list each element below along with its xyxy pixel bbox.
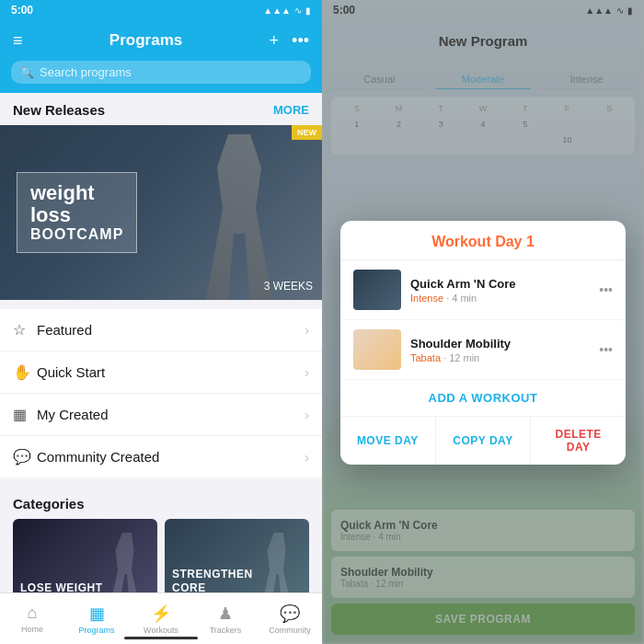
community-label: Community Created — [37, 449, 305, 465]
workouts-label: Workouts — [144, 626, 178, 635]
menu-item-quickstart[interactable]: ✋ Quick Start › — [0, 351, 322, 394]
chevron-icon-2: › — [305, 365, 309, 380]
workout-more-2[interactable]: ••• — [599, 342, 613, 357]
chevron-icon-4: › — [305, 450, 309, 465]
chevron-icon: › — [305, 323, 309, 338]
community-nav-icon: 💬 — [280, 604, 300, 624]
categories-grid: LOSE WEIGHT STRENGTHENCORE — [0, 519, 322, 592]
featured-icon: ☆ — [13, 321, 37, 339]
workout-intensity-1: Intense — [410, 293, 443, 304]
delete-day-button[interactable]: DELETE DAY — [530, 417, 626, 465]
featured-label: Featured — [37, 322, 305, 338]
hero-person-silhouette — [184, 134, 294, 300]
modal-day-number: 1 — [526, 234, 535, 249]
mycreated-label: My Created — [37, 407, 305, 422]
left-panel: 5:00 ▲▲▲ ∿ ▮ ≡ Programs + ••• 🔍 Search p… — [0, 0, 322, 644]
categories-title: Categories — [0, 487, 322, 519]
category-figure-1 — [104, 533, 150, 592]
workout-thumb-1 — [353, 270, 401, 310]
search-input-wrapper[interactable]: 🔍 Search programs — [11, 61, 311, 84]
hero-line2: BOOTCAMP — [30, 226, 123, 243]
home-label: Home — [21, 625, 43, 634]
battery-icon: ▮ — [305, 6, 311, 16]
modal-title: Workout Day 1 — [431, 234, 535, 249]
trackers-icon: ♟ — [218, 604, 233, 624]
workout-item-1[interactable]: Quick Arm 'N Core Intense · 4 min ••• — [340, 260, 626, 320]
category-strengthen-core[interactable]: STRENGTHENCORE — [165, 519, 309, 592]
signal-icon: ▲▲▲ — [263, 6, 291, 16]
category-label-1: LOSE WEIGHT — [20, 581, 103, 592]
menu-item-community[interactable]: 💬 Community Created › — [0, 436, 322, 477]
status-bar-left: 5:00 ▲▲▲ ∿ ▮ — [0, 0, 322, 20]
hero-text-box: weightloss BOOTCAMP — [17, 172, 137, 253]
workouts-icon: ⚡ — [151, 604, 171, 624]
workout-name-1: Quick Arm 'N Core — [410, 277, 590, 291]
header-title: Programs — [109, 31, 182, 50]
wifi-icon: ∿ — [294, 6, 302, 16]
hero-line1: weightloss — [30, 182, 123, 226]
trackers-label: Trackers — [210, 626, 242, 635]
workout-more-1[interactable]: ••• — [599, 282, 613, 297]
new-releases-title: New Releases — [13, 102, 105, 118]
workout-duration-2: 12 min — [449, 352, 479, 363]
add-icon[interactable]: + — [270, 31, 280, 51]
search-icon: 🔍 — [20, 66, 34, 79]
home-indicator — [124, 637, 198, 639]
status-icons-left: ▲▲▲ ∿ ▮ — [263, 6, 311, 16]
community-icon: 💬 — [13, 448, 37, 466]
status-time-left: 5:00 — [11, 4, 33, 17]
search-bar: 🔍 Search programs — [0, 61, 322, 93]
right-panel: 5:00 ▲▲▲ ∿ ▮ New Program Casual Moderate… — [322, 0, 644, 644]
mycreated-icon: ▦ — [13, 406, 37, 423]
category-figure-2 — [256, 533, 302, 592]
workout-meta-1: Intense · 4 min — [410, 293, 590, 304]
programs-icon: ▦ — [89, 604, 105, 624]
move-day-button[interactable]: MOVE DAY — [340, 417, 435, 465]
nav-community[interactable]: 💬 Community — [258, 598, 322, 640]
search-placeholder: Search programs — [40, 65, 132, 79]
nav-programs[interactable]: ▦ Programs — [64, 598, 129, 640]
workout-thumb-2 — [353, 329, 401, 370]
header-actions: + ••• — [270, 31, 309, 51]
modal-actions: MOVE DAY COPY DAY DELETE DAY — [340, 417, 626, 465]
modal-header: Workout Day 1 — [340, 221, 626, 260]
scrollable-content[interactable]: New Releases MORE NEW weightloss BOOTCAM… — [0, 93, 322, 592]
workout-meta-2: Tabata · 12 min — [410, 352, 590, 363]
modal-title-text: Workout Day — [431, 234, 526, 249]
quickstart-icon: ✋ — [13, 363, 37, 381]
more-icon[interactable]: ••• — [292, 31, 309, 51]
hero-weeks: 3 WEEKS — [264, 280, 313, 293]
nav-workouts[interactable]: ⚡ Workouts — [129, 598, 193, 640]
menu-section: ☆ Featured › ✋ Quick Start › ▦ My Create… — [0, 309, 322, 477]
chevron-icon-3: › — [305, 408, 309, 422]
workout-duration-1: 4 min — [452, 293, 477, 304]
menu-item-featured[interactable]: ☆ Featured › — [0, 309, 322, 351]
copy-day-button[interactable]: COPY DAY — [435, 417, 531, 465]
community-nav-label: Community — [269, 626, 311, 635]
quickstart-label: Quick Start — [37, 364, 305, 380]
category-lose-weight[interactable]: LOSE WEIGHT — [13, 519, 157, 592]
home-icon: ⌂ — [28, 604, 38, 623]
app-header: ≡ Programs + ••• — [0, 20, 322, 61]
hero-image[interactable]: NEW weightloss BOOTCAMP 3 WEEKS — [0, 125, 322, 300]
workout-intensity-2: Tabata — [410, 352, 441, 363]
more-button[interactable]: MORE — [273, 103, 309, 117]
workout-info-2: Shoulder Mobility Tabata · 12 min — [410, 337, 590, 363]
nav-home[interactable]: ⌂ Home — [0, 598, 64, 639]
menu-item-mycreated[interactable]: ▦ My Created › — [0, 394, 322, 436]
menu-icon[interactable]: ≡ — [13, 31, 23, 51]
workout-item-2[interactable]: Shoulder Mobility Tabata · 12 min ••• — [340, 320, 626, 380]
workout-day-modal: Workout Day 1 Quick Arm 'N Core Intense … — [340, 221, 626, 465]
programs-label: Programs — [78, 626, 114, 635]
workout-name-2: Shoulder Mobility — [410, 337, 590, 351]
nav-trackers[interactable]: ♟ Trackers — [193, 598, 258, 640]
categories-section: Categories LOSE WEIGHT STRENGTHENCORE — [0, 487, 322, 592]
category-label-2: STRENGTHENCORE — [172, 568, 253, 592]
add-workout-button[interactable]: ADD A WORKOUT — [340, 380, 626, 417]
workout-info-1: Quick Arm 'N Core Intense · 4 min — [410, 277, 590, 304]
new-releases-header: New Releases MORE — [0, 93, 322, 125]
hero-badge: NEW — [292, 125, 322, 140]
